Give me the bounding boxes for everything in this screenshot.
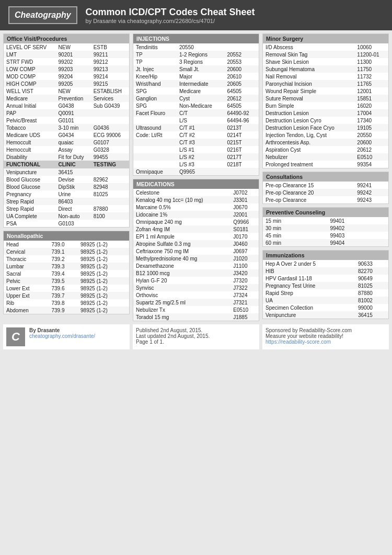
table-row: Supartz 25 mg/2.5 mlJ7321 [133,299,259,306]
table-row: Strep Rapid86403 [4,198,129,205]
table-row: HIGH COMP9920599215 [4,80,129,87]
table-row: Head739.098925 (1-2) [4,241,129,248]
table-row: Facet FlouroC/T64490-92 [133,109,259,117]
footer-sponsor-link[interactable]: https://readability-score.com [266,339,352,345]
table-row: Venipuncture36415 [263,311,388,319]
main-content: Office Visit/Procedures LEVEL OF SERVNEW… [0,30,392,324]
table-row: Prolonged treatment99354 [263,161,388,168]
table-row: Paronychial Incision11765 [263,80,388,87]
table-row: Subungal Hematoma11750 [263,65,388,73]
table-row: Specimen Collection99000 [263,304,388,311]
table-row: TP3 Regions20553 [133,58,259,65]
consultations-header: Consultations [263,172,388,182]
table-row: STRT FWD9920299212 [4,58,129,65]
table-row: Ceftriaxone 750 mg IMJ0697 [133,247,259,255]
table-row: HemoccultAssayG0328 [4,146,129,153]
table-row: Omnipaque 240 mgQ9966 [133,218,259,225]
table-row: OrthoviscJ7324 [133,291,259,299]
footer-author-link[interactable]: cheatography.com/drasante/ [29,333,95,339]
table-row: Pre-op Clearance 2099242 [263,189,388,196]
table-row: L/S64494-96 [133,117,259,124]
table-row: I/D Abscess10060 [263,43,388,51]
table-row: Marcaine 0.5%J0670 [133,203,259,211]
table-row: Kenalog 40 mg 1cc= (10 mg)J3301 [133,196,259,203]
table-row: UA CompleteNon-auto8100 [4,212,129,220]
table-row: Cervical739.198925 (1-2) [4,248,129,255]
footer: C By Drasante cheatography.com/drasante/… [0,324,392,353]
injections-section: INJECTIONS Tendinitis20550 TP1-2 Regions… [133,33,259,176]
table-row: Lower Ext739.698925 (1-2) [4,285,129,292]
table-row: Strep RapidDirect87880 [4,205,129,212]
footer-published: Published 2nd August, 2015. [136,327,210,333]
table-row: HemoccultquaiacG0107 [4,139,129,146]
minor-surgery-table: I/D Abscess10060 Removal Skin Tag11200-0… [263,43,388,168]
functional-header-row: FUNCTIONALCLINICTESTING [4,161,129,168]
table-row: L/S #30218T [133,161,259,168]
table-row: Nebulizer TxE0510 [133,306,259,313]
table-row: Venipuncture36415 [4,168,129,176]
table-row: L/S #10216T [133,146,259,153]
table-row: Shave Skin Lesion11300 [263,58,388,65]
col2: INJECTIONS Tendinitis20550 TP1-2 Regions… [133,33,259,321]
table-row: Thoracic739.298925 (1-2) [4,255,129,263]
table-row: SPGMedicare64505 [133,87,259,95]
table-row: OmnipaqueQ9965 [133,168,259,175]
footer-sponsor-box: Sponsored by Readability-Score.com Measu… [262,324,389,349]
table-row: Hep A Over 2 under 590633 [263,260,388,267]
nonallopathic-table: Head739.098925 (1-2) Cervical739.198925 … [4,241,129,314]
col1: Office Visit/Procedures LEVEL OF SERVNEW… [3,33,130,321]
logo: Cheatography [8,6,77,24]
office-visit-section: Office Visit/Procedures LEVEL OF SERVNEW… [3,33,130,228]
table-row: Annual InitialG0438Sub G0439 [4,102,129,109]
table-row: NebulizerE0510 [263,153,388,161]
minor-surgery-section: Minor Surgery I/D Abscess10060 Removal S… [262,33,389,168]
table-row: PregnancyUrine81025 [4,190,129,198]
table-row: Jt. InjecSmall Jt.20600 [133,65,259,73]
table-row: Burn Simple16020 [263,102,388,109]
preventive-counseling-table: 15 min99401 30 min99402 45 min99403 60 m… [263,217,388,246]
table-row: SPGNon-Medicare64505 [133,102,259,109]
table-row: Suture Removal15851 [263,95,388,102]
table-row: Wrist/handIntermediate20605 [133,80,259,87]
table-row: Destruction Lesion Face Cryo19105 [263,124,388,131]
table-row: Rib739.898925 (1-2) [4,299,129,307]
table-row: PSAG0103 [4,220,129,227]
col3: Minor Surgery I/D Abscess10060 Removal S… [262,33,389,321]
footer-updated: Last updated 2nd August, 2015. [136,333,210,339]
minor-surgery-header: Minor Surgery [263,34,388,43]
table-row: WELL VISTNEWESTABLISH [4,87,129,95]
table-row: Zofran 4mg IMS0181 [133,225,259,233]
table-row: Medicare UDSG0434ECG 99006 [4,131,129,139]
footer-author-info: By Drasante cheatography.com/drasante/ [29,327,95,339]
table-row: Sacral739.498925 (1-2) [4,270,129,277]
table-row: Removal Skin Tag11200-01 [263,51,388,58]
table-row: LMT9020199211 [4,51,129,58]
table-row: Tendinitis20550 [133,43,259,51]
table-row: Methylprednisolone 40 mgJ1020 [133,255,259,262]
table-row: Arthrocentesis Asp.20600 [263,139,388,146]
footer-author-name: By Drasante [29,327,95,333]
consultations-section: Consultations Pre-op Clearance 1599241 P… [262,172,389,204]
header-subtitle: by Drasante via cheatography.com/22680/c… [86,18,255,24]
table-row: Pre-op Clearance 1599241 [263,182,388,189]
table-row: 45 min99403 [263,232,388,239]
table-row: Atropine Sulfate 0.3 mgJ0460 [133,240,259,247]
table-row: Pelvic739.598925 (1-2) [4,277,129,285]
table-row: DexamethazoneJ1100 [133,262,259,269]
immunizations-table: Hep A Over 2 under 590633 HIB82270 HPV G… [263,260,388,319]
header: Cheatography Common ICD/CPT Codes Cheat … [0,0,392,30]
table-row: Lumbar739.398925 (1-2) [4,263,129,270]
footer-sponsor: Sponsored by Readability-Score.com [266,327,352,333]
table-row: TP1-2 Regions20552 [133,51,259,58]
table-row: UA81002 [263,297,388,304]
immunizations-section: Immunizations Hep A Over 2 under 590633 … [262,250,389,319]
table-row: Nail Removal11732 [263,73,388,80]
table-row: LOW COMP9920399213 [4,65,129,73]
office-visit-table: LEVEL OF SERVNEWESTB LMT9020199211 STRT … [4,43,129,227]
nonallopathic-section: Nonallopathic Head739.098925 (1-2) Cervi… [3,231,130,314]
table-row: Wound Repair Simple12001 [263,87,388,95]
table-row: 30 min99402 [263,224,388,232]
table-row: 15 min99401 [263,217,388,224]
table-row: Pregnancy Test Urine81025 [263,282,388,289]
table-row: Lidocaine 1%J2001 [133,211,259,218]
